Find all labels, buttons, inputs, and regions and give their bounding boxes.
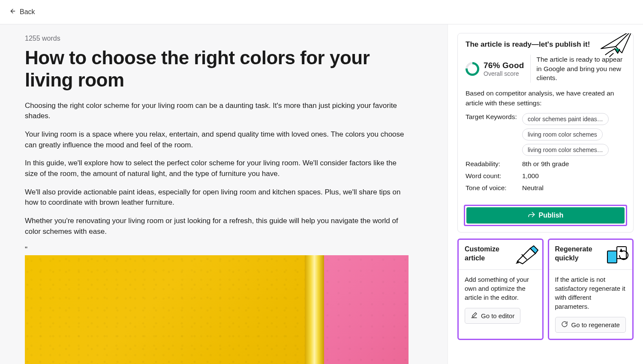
keyword-chip[interactable]: living room color schemes…: [522, 144, 609, 156]
customize-title: Customize article: [465, 245, 508, 263]
tone-label: Tone of voice:: [466, 184, 518, 192]
keyword-chip[interactable]: color schemes paint ideas…: [522, 113, 609, 125]
back-button[interactable]: Back: [9, 8, 35, 16]
customize-card: Customize article Add something of your …: [457, 239, 544, 340]
side-panel: The article is ready—let's publish it! 7…: [448, 24, 643, 364]
keywords-label: Target Keywords:: [466, 113, 518, 121]
score-description: The article is ready to appear in Google…: [537, 55, 625, 83]
pen-nib-icon: [515, 245, 539, 265]
score-value: 76% Good: [484, 61, 524, 70]
editor-button-label: Go to editor: [481, 312, 514, 319]
keyword-chip[interactable]: living room color schemes: [522, 128, 603, 140]
article-pane: 1255 words How to choose the right color…: [0, 24, 448, 364]
ready-card: The article is ready—let's publish it! 7…: [457, 33, 634, 233]
readability-label: Readability:: [466, 160, 518, 168]
regenerate-title: Regenerate quickly: [555, 245, 598, 263]
refresh-icon: [561, 321, 568, 329]
regenerate-button-label: Go to regenerate: [571, 321, 620, 328]
regenerate-desc: If the article is not satisfactory regen…: [555, 275, 627, 311]
article-title: How to choose the right colors for your …: [25, 47, 389, 91]
article-body: Choosing the right color scheme for your…: [25, 101, 423, 364]
wordcount-value: 1,000: [522, 172, 539, 180]
quote-mark: ": [25, 245, 411, 255]
article-hero-image: [25, 255, 409, 364]
score-donut-icon: [466, 62, 479, 76]
publish-label: Publish: [539, 212, 564, 219]
wordcount-label: Word count:: [466, 172, 518, 180]
article-paragraph: Your living room is a space where you re…: [25, 129, 411, 150]
publish-button[interactable]: Publish: [466, 207, 625, 224]
publish-highlight: Publish: [464, 205, 627, 226]
ready-heading: The article is ready—let's publish it!: [466, 40, 625, 49]
readability-value: 8th or 9th grade: [522, 160, 569, 168]
word-count: 1255 words: [25, 35, 423, 42]
arrow-left-icon: [9, 8, 16, 16]
svg-rect-2: [607, 251, 617, 263]
article-paragraph: In this guide, we'll explore how to sele…: [25, 158, 411, 179]
back-label: Back: [20, 8, 35, 16]
share-arrow-icon: [528, 211, 535, 220]
pencil-icon: [471, 312, 478, 320]
customize-desc: Add something of your own and optimize t…: [465, 275, 536, 302]
article-paragraph: Choosing the right color scheme for your…: [25, 101, 411, 122]
go-to-editor-button[interactable]: Go to editor: [465, 308, 520, 324]
go-to-regenerate-button[interactable]: Go to regenerate: [555, 317, 626, 333]
cycle-pages-icon: [605, 245, 629, 265]
tone-value: Neutral: [522, 184, 544, 192]
score-sub: Overall score: [484, 70, 524, 77]
article-paragraph: We'll also provide actionable paint idea…: [25, 187, 411, 208]
analysis-intro: Based on competitor analysis, we have cr…: [458, 89, 633, 113]
article-paragraph: Whether you're renovating your living ro…: [25, 216, 411, 237]
regenerate-card: Regenerate quickly If the article is not…: [548, 239, 634, 340]
svg-rect-1: [617, 247, 626, 259]
